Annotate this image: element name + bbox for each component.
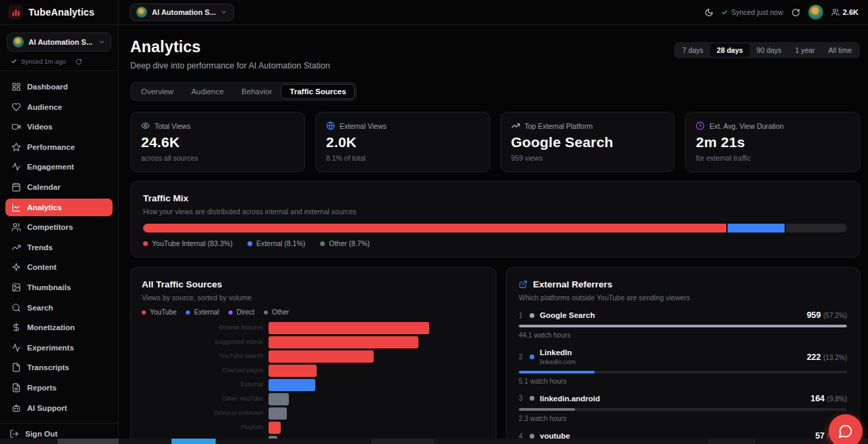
stat-card-external-views: External Views2.0K8.1% of total bbox=[315, 112, 490, 172]
referrer-item-linkedin-android[interactable]: 3linkedin.android164 (9.8%)2.3 watch hou… bbox=[519, 394, 847, 422]
sidebar-item-competitors[interactable]: Competitors bbox=[5, 218, 113, 236]
stat-card-total-views: Total Views24.6Kacross all sources bbox=[130, 112, 305, 172]
stat-label: Top External Platform bbox=[525, 122, 593, 130]
referrers-title: External Referrers bbox=[533, 279, 612, 289]
bot-icon bbox=[12, 403, 21, 413]
topbar-channel-selector[interactable]: AI Automation S... bbox=[130, 3, 234, 21]
sidebar-item-experiments[interactable]: Experiments bbox=[5, 339, 113, 357]
stat-value: Google Search bbox=[511, 134, 665, 150]
time-range-1-year[interactable]: 1 year bbox=[788, 43, 821, 57]
time-range-90-days[interactable]: 90 days bbox=[750, 43, 789, 57]
refresh-icon[interactable] bbox=[791, 8, 800, 17]
time-range-all-time[interactable]: All time bbox=[822, 43, 859, 57]
mix-segment-youtube-internal bbox=[143, 224, 726, 233]
main-area: AI Automation S... Synced just now 2.6K bbox=[119, 0, 868, 444]
sidebar-item-videos[interactable]: Videos bbox=[5, 118, 113, 136]
sources-title: All Traffic Sources bbox=[142, 279, 485, 289]
stat-label: Ext. Avg. View Duration bbox=[709, 122, 783, 130]
sidebar-item-monetization[interactable]: Monetization bbox=[5, 319, 113, 336]
traffic-mix-legend: YouTube Internal (83.3%)External (8.1%)O… bbox=[143, 239, 847, 247]
source-label: External bbox=[142, 382, 269, 388]
stat-sub: across all sources bbox=[141, 154, 294, 162]
users-icon bbox=[12, 222, 21, 232]
legend-item-other: Other bbox=[264, 308, 289, 316]
referrer-item-linkedin[interactable]: 2LinkedInlinkedin.com222 (13.2%)5.1 watc… bbox=[519, 348, 847, 384]
source-label: Suggested videos bbox=[142, 339, 269, 345]
referrer-domain: linkedin.com bbox=[540, 358, 576, 366]
source-bar-row[interactable]: Suggested videos bbox=[142, 336, 485, 348]
source-bar-row[interactable]: Other YouTube bbox=[142, 393, 485, 405]
sidebar-item-ai-support[interactable]: AI Support bbox=[5, 399, 113, 417]
users-icon bbox=[831, 8, 840, 16]
stat-sub: 8.1% of total bbox=[326, 154, 479, 162]
source-bar-row[interactable]: Direct or unknown bbox=[142, 407, 485, 420]
taskbar-segment[interactable] bbox=[708, 439, 755, 444]
globe-icon bbox=[326, 121, 335, 130]
sidebar-item-search[interactable]: Search bbox=[5, 299, 113, 317]
tab-overview[interactable]: Overview bbox=[132, 84, 182, 99]
source-bar bbox=[269, 350, 374, 363]
referrer-pct: (57.2%) bbox=[823, 312, 847, 319]
referrer-item-google-search[interactable]: 1Google Search959 (57.2%)44.1 watch hour… bbox=[519, 310, 847, 339]
chart-icon bbox=[12, 203, 21, 212]
source-bar-row[interactable]: YouTube search bbox=[142, 350, 485, 363]
stat-value: 2.0K bbox=[326, 134, 479, 150]
time-range-28-days[interactable]: 28 days bbox=[710, 43, 750, 57]
source-bar-row[interactable]: Browse features bbox=[142, 322, 485, 334]
app-root: TubeAnalytics AI Automation S... Synced … bbox=[0, 0, 868, 444]
source-bar-row[interactable]: External bbox=[142, 379, 485, 391]
source-bar-row[interactable]: Playlists bbox=[142, 422, 485, 434]
bar-chart-logo-icon bbox=[8, 5, 23, 20]
stat-value: 2m 21s bbox=[696, 134, 849, 150]
tab-behavior[interactable]: Behavior bbox=[233, 84, 281, 99]
referrer-bar-fill bbox=[519, 408, 575, 411]
referrer-bar-track bbox=[519, 325, 847, 327]
topbar-sync-status: Synced just now bbox=[722, 8, 783, 16]
sidebar-sync-status: Synced 1m ago bbox=[0, 52, 118, 71]
sidebar-item-calendar[interactable]: Calendar bbox=[5, 178, 113, 196]
referrer-views: 959 (57.2%) bbox=[807, 310, 847, 320]
source-bar bbox=[269, 422, 281, 434]
source-bar bbox=[269, 336, 418, 348]
source-bar-row[interactable]: Channel pages bbox=[142, 365, 485, 377]
sidebar-channel-selector[interactable]: AI Automation S... bbox=[7, 33, 111, 52]
sign-out-button[interactable]: Sign Out bbox=[9, 429, 108, 439]
referrer-name: LinkedInlinkedin.com bbox=[540, 348, 576, 365]
sidebar-item-transcripts[interactable]: Transcripts bbox=[5, 359, 113, 376]
taskbar-segment[interactable] bbox=[58, 439, 119, 444]
tab-traffic-sources[interactable]: Traffic Sources bbox=[281, 84, 355, 99]
chat-support-button[interactable] bbox=[829, 414, 863, 444]
sidebar-item-engagement[interactable]: Engagement bbox=[5, 158, 113, 176]
sidebar-item-reports[interactable]: Reports bbox=[5, 379, 113, 397]
referrer-rank: 1 bbox=[519, 312, 524, 319]
mix-segment-external bbox=[728, 224, 785, 233]
sidebar-item-audience[interactable]: Audience bbox=[5, 98, 113, 116]
trending-icon bbox=[12, 243, 21, 252]
stat-cards: Total Views24.6Kacross all sourcesExtern… bbox=[130, 112, 860, 172]
sidebar-item-performance[interactable]: Performance bbox=[5, 138, 113, 156]
activity-icon bbox=[12, 343, 21, 352]
sidebar-item-dashboard[interactable]: Dashboard bbox=[5, 78, 113, 96]
taskbar-segment[interactable] bbox=[372, 439, 434, 444]
time-range-7-days[interactable]: 7 days bbox=[675, 43, 710, 57]
sidebar-item-trends[interactable]: Trends bbox=[5, 239, 113, 256]
sidebar-item-thumbnails[interactable]: Thumbnails bbox=[5, 279, 113, 296]
referrer-dot bbox=[530, 313, 534, 318]
os-taskbar[interactable] bbox=[0, 439, 868, 444]
filetext-icon bbox=[12, 383, 21, 392]
user-avatar[interactable] bbox=[808, 5, 823, 20]
chevron-down-icon bbox=[98, 39, 105, 45]
referrer-rank: 2 bbox=[519, 353, 524, 361]
moon-icon[interactable] bbox=[705, 8, 713, 17]
sidebar-item-analytics[interactable]: Analytics bbox=[5, 199, 113, 216]
source-bar bbox=[269, 407, 287, 420]
traffic-mix-subtitle: How your views are distributed across in… bbox=[143, 207, 847, 216]
sources-legend: YouTubeExternalDirectOther bbox=[142, 308, 485, 316]
sidebar-item-content[interactable]: Content bbox=[5, 258, 113, 276]
tab-audience[interactable]: Audience bbox=[182, 84, 233, 99]
legend-dot bbox=[320, 241, 325, 246]
legend-dot bbox=[248, 241, 252, 246]
check-icon bbox=[722, 9, 728, 16]
taskbar-segment[interactable] bbox=[172, 439, 216, 444]
refresh-icon[interactable] bbox=[75, 58, 82, 65]
